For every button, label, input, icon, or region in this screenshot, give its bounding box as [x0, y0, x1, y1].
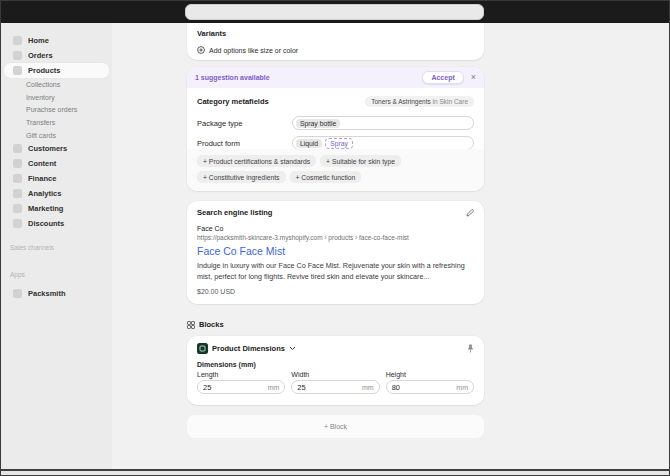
variants-card: Variants Add options like size or color — [187, 23, 484, 60]
category-badge: Toners & Astringents in Skin Care — [365, 96, 474, 107]
add-suitable-for-skin-type-button[interactable]: + Suitable for skin type — [320, 155, 401, 167]
sales-channels-section-label: Sales channels — [1, 244, 112, 251]
product-dimensions-card: Product Dimensions Dimensions (mm) Lengt… — [187, 336, 484, 405]
sidebar-item-products[interactable]: Products — [4, 63, 109, 78]
sidebar-subitem-label: Inventory — [26, 94, 55, 101]
sidebar-item-label: Content — [28, 159, 56, 168]
package-type-tag[interactable]: Spray bottle — [296, 119, 340, 128]
plus-circle-icon — [197, 46, 205, 54]
suggestion-banner: 1 suggestion available Accept × — [187, 67, 484, 88]
package-type-label: Package type — [197, 119, 292, 128]
product-form-input[interactable]: Liquid Spray — [292, 136, 474, 150]
sidebar-item-finance[interactable]: Finance — [4, 171, 109, 186]
length-input[interactable] — [198, 383, 268, 392]
seo-breadcrumb-url: https://packsmith-skincare-3.myshopify.c… — [197, 234, 474, 241]
dimensions-group-label: Dimensions (mm) — [197, 361, 474, 368]
product-dimensions-app-icon — [197, 343, 208, 354]
add-constitutive-ingredients-button[interactable]: + Constitutive ingredients — [197, 171, 286, 183]
package-type-row: Package type Spray bottle — [197, 116, 474, 130]
discounts-icon — [13, 219, 22, 228]
sidebar-item-label: Discounts — [28, 219, 64, 228]
sidebar-item-label: Marketing — [28, 204, 63, 213]
products-icon — [13, 66, 22, 75]
chevron-down-icon[interactable] — [289, 346, 296, 351]
product-form-row: Product form Liquid Spray — [197, 136, 474, 150]
sidebar-item-marketing[interactable]: Marketing — [4, 201, 109, 216]
close-icon[interactable]: × — [471, 73, 476, 82]
apps-section-label: Apps — [1, 271, 112, 278]
content-icon — [13, 159, 22, 168]
height-unit: mm — [456, 384, 473, 391]
top-bar — [1, 1, 669, 23]
width-field: Width mm — [291, 371, 379, 394]
add-variant-option-button[interactable]: Add options like size or color — [197, 46, 474, 54]
sidebar-item-label: Analytics — [28, 189, 61, 198]
sidebar-item-analytics[interactable]: Analytics — [4, 186, 109, 201]
blocks-grid-icon — [187, 321, 195, 329]
customers-icon — [13, 144, 22, 153]
sidebar-subitem-purchase-orders[interactable]: Purachse orders — [1, 103, 112, 116]
sidebar-subitem-transfers[interactable]: Transfers — [1, 116, 112, 129]
metafields-footer: + Product certifications & standards + S… — [187, 149, 484, 191]
sidebar: Home Orders Products Collections Invento… — [1, 23, 112, 469]
category-metafields-card: 1 suggestion available Accept × Category… — [187, 67, 484, 191]
height-field: Height mm — [386, 371, 474, 394]
accept-suggestion-button[interactable]: Accept — [422, 71, 463, 84]
sidebar-subitem-label: Collections — [26, 81, 60, 88]
sidebar-item-orders[interactable]: Orders — [4, 48, 109, 63]
sidebar-subitem-label: Transfers — [26, 119, 55, 126]
seo-price: $20.00 USD — [197, 288, 474, 295]
home-icon — [13, 36, 22, 45]
seo-page-title-link[interactable]: Face Co Face Mist — [197, 245, 474, 257]
sidebar-item-label: Products — [28, 66, 61, 75]
metafields-body: Category metafields Toners & Astringents… — [187, 88, 484, 150]
product-form-tag[interactable]: Liquid — [296, 139, 322, 148]
length-field: Length mm — [197, 371, 285, 394]
blocks-title: Blocks — [199, 320, 224, 329]
width-unit: mm — [362, 384, 379, 391]
category-badge-strong: Toners & Astringents — [371, 98, 431, 105]
sidebar-subitem-label: Purachse orders — [26, 106, 77, 113]
sidebar-item-content[interactable]: Content — [4, 156, 109, 171]
variants-title: Variants — [197, 29, 474, 38]
width-input[interactable] — [292, 383, 362, 392]
packsmith-app-icon — [13, 289, 22, 298]
product-form-suggested-tag[interactable]: Spray — [325, 138, 353, 149]
block-name: Product Dimensions — [212, 344, 285, 353]
length-label: Length — [197, 371, 285, 378]
suggestion-text: 1 suggestion available — [195, 74, 422, 81]
category-metafields-title: Category metafields — [197, 97, 269, 106]
search-input[interactable] — [185, 4, 484, 20]
orders-icon — [13, 51, 22, 60]
package-type-input[interactable]: Spray bottle — [292, 116, 474, 130]
add-cosmetic-function-button[interactable]: + Cosmetic function — [290, 171, 362, 183]
height-input[interactable] — [387, 383, 457, 392]
sidebar-item-label: Finance — [28, 174, 56, 183]
sidebar-subitem-gift-cards[interactable]: Gift cards — [1, 129, 112, 142]
product-form-label: Product form — [197, 139, 292, 148]
sidebar-subitem-label: Gift cards — [26, 132, 56, 139]
blocks-section-header: Blocks — [187, 320, 224, 329]
sidebar-subitem-inventory[interactable]: Inventory — [1, 91, 112, 104]
sidebar-item-customers[interactable]: Customers — [4, 141, 109, 156]
window-bottom-edge — [1, 469, 669, 475]
edit-pencil-icon[interactable] — [466, 209, 474, 217]
sidebar-item-label: Customers — [28, 144, 67, 153]
sidebar-item-label: Home — [28, 36, 49, 45]
sidebar-item-home[interactable]: Home — [4, 33, 109, 48]
seo-description: Indulge in luxury with our Face Co Face … — [197, 261, 474, 283]
add-product-certifications-button[interactable]: + Product certifications & standards — [197, 155, 316, 167]
category-badge-light: in Skin Care — [433, 98, 468, 105]
sidebar-item-packsmith[interactable]: Packsmith — [4, 286, 109, 301]
pin-icon[interactable] — [467, 344, 474, 353]
search-engine-listing-card: Search engine listing Face Co https://pa… — [187, 201, 484, 304]
sidebar-subitem-collections[interactable]: Collections — [1, 78, 112, 91]
seo-site-name: Face Co — [197, 225, 474, 232]
sidebar-item-discounts[interactable]: Discounts — [4, 216, 109, 231]
sidebar-item-label: Packsmith — [28, 289, 66, 298]
app-window: Home Orders Products Collections Invento… — [0, 0, 670, 476]
length-unit: mm — [268, 384, 285, 391]
add-option-label: Add options like size or color — [209, 47, 298, 54]
add-block-button[interactable]: + Block — [187, 415, 484, 438]
width-label: Width — [291, 371, 379, 378]
